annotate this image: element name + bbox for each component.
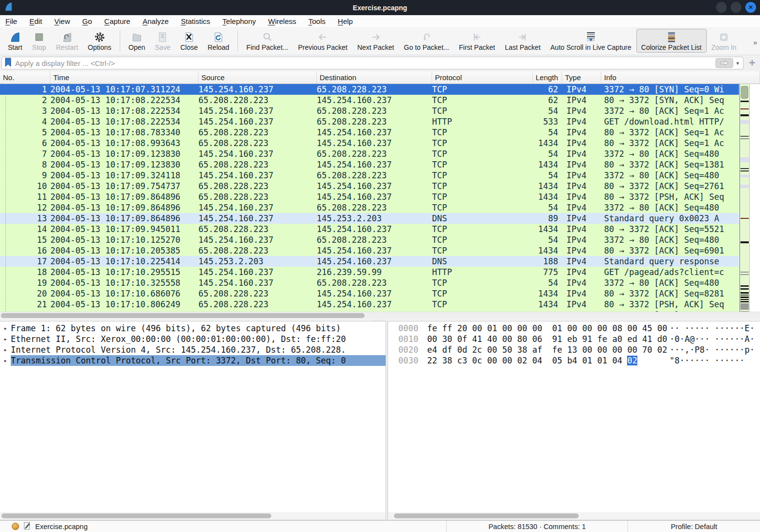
- toolbar-button-close[interactable]: Close: [175, 29, 203, 53]
- menu-telephony[interactable]: Telephony: [222, 17, 256, 25]
- toolbar-button-restart[interactable]: Restart: [51, 29, 83, 53]
- menu-file[interactable]: File: [5, 17, 17, 25]
- toolbar-button-start[interactable]: Start: [3, 29, 27, 53]
- hex-line[interactable]: 0000fe ff 20 00 01 00 00 00 01 00 00 00 …: [388, 323, 760, 334]
- menu-edit[interactable]: Edit: [29, 17, 42, 25]
- status-profile[interactable]: Profile: Default: [628, 521, 760, 532]
- table-row[interactable]: 212004-05-13 10:17:10.80624965.208.228.2…: [0, 299, 739, 310]
- apply-filter-button[interactable]: [716, 58, 733, 68]
- column-header-destination[interactable]: Destination: [317, 71, 432, 84]
- menu-capture[interactable]: Capture: [104, 17, 130, 25]
- table-row[interactable]: 202004-05-13 10:17:10.68607665.208.228.2…: [0, 288, 739, 299]
- toolbar-button-zoom-in[interactable]: Zoom In: [707, 29, 741, 53]
- add-filter-button[interactable]: +: [746, 58, 758, 68]
- details-hscrollbar[interactable]: [0, 512, 386, 520]
- column-header-protocol[interactable]: Protocol: [432, 71, 533, 84]
- table-row[interactable]: 142004-05-13 10:17:09.94501165.208.228.2…: [0, 224, 739, 234]
- toolbar-button-find-packet[interactable]: Find Packet...: [241, 29, 293, 53]
- status-bar: Exercise.pcapng Packets: 81530 · Comment…: [0, 520, 760, 532]
- column-header-source[interactable]: Source: [198, 71, 317, 84]
- close-button[interactable]: ✕: [745, 2, 756, 13]
- toolbar-overflow-chevron[interactable]: »: [753, 39, 757, 46]
- column-header-type[interactable]: Type: [562, 71, 601, 84]
- menu-view[interactable]: View: [54, 17, 70, 25]
- table-row[interactable]: 182004-05-13 10:17:10.295515145.254.160.…: [0, 267, 739, 277]
- toolbar-separator: [120, 30, 120, 52]
- details-hscroll-thumb[interactable]: [1, 513, 271, 518]
- toolbar-button-reload[interactable]: Reload: [203, 29, 234, 53]
- menu-analyze[interactable]: Analyze: [143, 17, 169, 25]
- menu-tools[interactable]: Tools: [308, 17, 326, 25]
- hex-line[interactable]: 003022 38 c3 0c 00 00 02 04 05 b4 01 01 …: [388, 355, 760, 366]
- menu-statistics[interactable]: Statistics: [181, 17, 210, 25]
- cell-src: 65.208.228.223: [198, 138, 317, 149]
- minimap-mark: [740, 170, 749, 171]
- cell-type: IPv4: [562, 181, 601, 192]
- expand-arrow-icon[interactable]: ▸: [0, 334, 11, 344]
- expert-info-icon[interactable]: [12, 523, 19, 530]
- expand-arrow-icon[interactable]: ▸: [0, 344, 11, 355]
- menu-help[interactable]: Help: [338, 17, 353, 25]
- toolbar-button-go-to-packet[interactable]: Go to Packet...: [399, 29, 454, 53]
- column-header-no[interactable]: No.: [0, 71, 50, 84]
- bookmark-icon[interactable]: [4, 58, 12, 69]
- table-row[interactable]: 102004-05-13 10:17:09.75473765.208.228.2…: [0, 181, 739, 192]
- table-row[interactable]: 32004-05-13 10:17:08.222534145.254.160.2…: [0, 106, 739, 116]
- menu-wireless[interactable]: Wireless: [268, 17, 297, 25]
- filter-dropdown-caret[interactable]: ▾: [736, 60, 739, 66]
- cell-dst: 145.254.160.237: [317, 245, 432, 256]
- table-row[interactable]: 82004-05-13 10:17:09.12383065.208.228.22…: [0, 159, 739, 170]
- toolbar-button-save[interactable]: Save: [150, 29, 175, 53]
- cell-len: 1434: [533, 245, 562, 256]
- toolbar-button-first-packet[interactable]: First Packet: [454, 29, 500, 53]
- detail-line[interactable]: ▸Frame 1: 62 bytes on wire (496 bits), 6…: [0, 323, 386, 334]
- table-row[interactable]: 92004-05-13 10:17:09.324118145.254.160.2…: [0, 170, 739, 181]
- toolbar-button-last-packet[interactable]: Last Packet: [500, 29, 545, 53]
- bytes-hscroll-thumb[interactable]: [394, 513, 579, 518]
- menu-go[interactable]: Go: [82, 17, 92, 25]
- table-row[interactable]: 162004-05-13 10:17:10.20538565.208.228.2…: [0, 245, 739, 256]
- detail-line[interactable]: ▸Transmission Control Protocol, Src Port…: [0, 355, 386, 366]
- table-row[interactable]: 112004-05-13 10:17:09.86489665.208.228.2…: [0, 192, 739, 202]
- toolbar-button-stop[interactable]: Stop: [27, 29, 51, 53]
- display-filter-input[interactable]: Apply a display filter ... <Ctrl-/> ▾: [1, 57, 743, 69]
- toolbar-button-open[interactable]: Open: [124, 29, 150, 53]
- table-row[interactable]: 132004-05-13 10:17:09.864896145.254.160.…: [0, 213, 739, 224]
- table-row[interactable]: 192004-05-13 10:17:10.325558145.254.160.…: [0, 277, 739, 288]
- packet-list-hscrollbar[interactable]: [0, 312, 760, 319]
- packet-details-pane: ▸Frame 1: 62 bytes on wire (496 bits), 6…: [0, 321, 386, 520]
- toolbar-button-colorize-packet-list[interactable]: Colorize Packet List: [636, 29, 707, 53]
- table-row[interactable]: 52004-05-13 10:17:08.78334065.208.228.22…: [0, 127, 739, 138]
- toolbar-button-previous-packet[interactable]: Previous Packet: [293, 29, 352, 53]
- hex-line[interactable]: 0020e4 df 0d 2c 00 50 38 af fe 13 00 00 …: [388, 344, 760, 355]
- detail-line[interactable]: ▸Internet Protocol Version 4, Src: 145.2…: [0, 344, 386, 355]
- hscrollbar-thumb[interactable]: [1, 313, 365, 318]
- minimize-button[interactable]: [716, 2, 727, 13]
- cell-type: IPv4: [562, 84, 601, 95]
- table-row[interactable]: 62004-05-13 10:17:08.99364365.208.228.22…: [0, 138, 739, 149]
- table-row[interactable]: 42004-05-13 10:17:08.222534145.254.160.2…: [0, 116, 739, 127]
- detail-line[interactable]: ▸Ethernet II, Src: Xerox_00:00:00 (00:00…: [0, 334, 386, 344]
- capture-comment-icon[interactable]: [23, 522, 31, 532]
- bytes-hscrollbar[interactable]: [388, 512, 760, 520]
- column-header-time[interactable]: Time: [50, 71, 198, 84]
- splitter-handle[interactable]: ······: [373, 319, 388, 321]
- table-row[interactable]: 12004-05-13 10:17:07.311224145.254.160.2…: [0, 84, 739, 95]
- toolbar-button-auto-scroll-in-live-capture[interactable]: Auto Scroll in Live Capture: [545, 29, 636, 53]
- table-row[interactable]: 172004-05-13 10:17:10.225414145.253.2.20…: [0, 256, 739, 267]
- table-row[interactable]: 72004-05-13 10:17:09.123830145.254.160.2…: [0, 149, 739, 159]
- table-row[interactable]: 152004-05-13 10:17:10.125270145.254.160.…: [0, 234, 739, 245]
- column-header-info[interactable]: Info: [601, 71, 760, 84]
- packet-list-vscrollbar[interactable]: [739, 84, 750, 312]
- table-row[interactable]: 122004-05-13 10:17:09.864896145.254.160.…: [0, 202, 739, 213]
- expand-arrow-icon[interactable]: ▸: [0, 323, 11, 334]
- expand-arrow-icon[interactable]: ▸: [0, 355, 11, 366]
- table-row[interactable]: 22004-05-13 10:17:08.22253465.208.228.22…: [0, 95, 739, 106]
- toolbar-button-options[interactable]: Options: [83, 29, 116, 53]
- column-header-length[interactable]: Length: [533, 71, 562, 84]
- toolbar-button-next-packet[interactable]: Next Packet: [352, 29, 399, 53]
- hex-line[interactable]: 001000 30 0f 41 40 00 80 06 91 eb 91 fe …: [388, 334, 760, 344]
- maximize-button[interactable]: [731, 2, 741, 13]
- cell-src: 145.253.2.203: [198, 256, 317, 267]
- vscrollbar-thumb[interactable]: [741, 86, 748, 99]
